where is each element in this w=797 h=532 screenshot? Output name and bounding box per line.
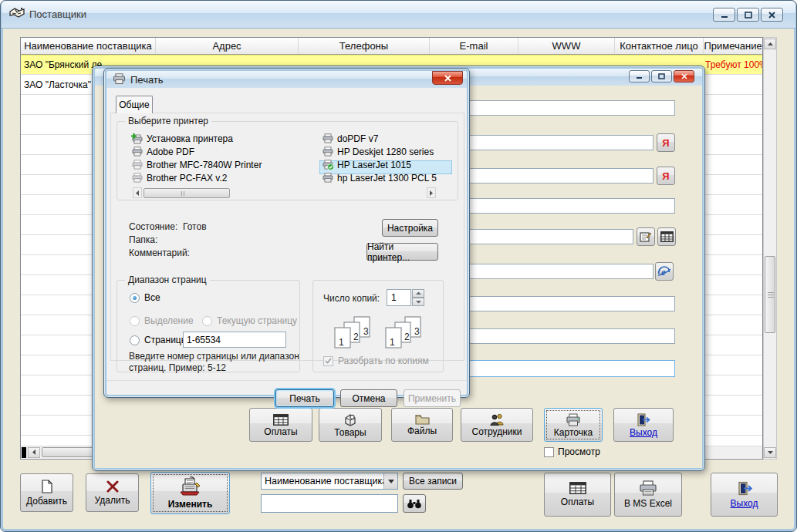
goods-button[interactable]: Товары [319, 408, 382, 442]
print-dialog-title: Печать [130, 74, 164, 86]
range-pages-radio-row[interactable]: Страницы: [130, 335, 191, 345]
range-current-radio-row[interactable]: Текущую страницу [202, 315, 297, 326]
vscroll-thumb[interactable] [765, 256, 775, 333]
printer-item[interactable]: HP Deskjet 1280 series [322, 146, 434, 157]
printer-item[interactable]: Brother MFC-7840W Printer [131, 160, 262, 170]
scroll-left-button[interactable] [28, 447, 40, 458]
collate-graphic: 3 2 1 3 2 1 [334, 316, 425, 350]
copies-spinner[interactable] [387, 289, 424, 306]
range-hint: Введите номер страницы или диапазон стра… [129, 351, 302, 374]
column-header[interactable]: Примечание [704, 38, 762, 54]
payments-button[interactable]: Оплаты [249, 408, 312, 442]
print-dialog-close-button[interactable] [432, 71, 463, 85]
table-icon [569, 482, 586, 494]
table-vscrollbar[interactable] [763, 37, 777, 460]
printer-item[interactable]: doPDF v7 [322, 133, 378, 144]
range-all-radio-row[interactable]: Все [130, 292, 160, 303]
card-maximize-button[interactable] [651, 70, 672, 82]
cancel-button[interactable]: Отмена [340, 389, 397, 407]
close-button[interactable] [761, 8, 783, 22]
printer-icon [131, 160, 144, 170]
tab-general[interactable]: Общие [116, 96, 153, 113]
find-printer-button[interactable]: Найти принтер... [366, 243, 438, 261]
preview-checkbox[interactable] [544, 447, 554, 457]
delete-button[interactable]: Удалить [86, 473, 139, 512]
pages-range-input[interactable] [183, 332, 286, 348]
scroll-up-button[interactable] [764, 39, 776, 49]
filter-combobox[interactable]: Наименование поставщика [261, 473, 398, 490]
transliterate-button[interactable]: Я [657, 133, 675, 152]
card-exit-button[interactable]: Выход [613, 408, 674, 442]
printer-item[interactable]: Brother PC-FAX v.2 [131, 173, 227, 184]
printer-icon [566, 413, 581, 426]
table-grid-icon[interactable] [657, 227, 676, 246]
column-header[interactable]: WWW [518, 38, 615, 54]
printer-list-hscrollbar[interactable] [133, 187, 436, 198]
box-icon [343, 413, 357, 426]
printer-item[interactable]: hp LaserJet 1300 PCL 5 [322, 173, 437, 184]
svg-text:e: e [661, 266, 666, 278]
minimize-button[interactable] [713, 8, 735, 22]
preferences-button[interactable]: Настройка [382, 219, 438, 237]
status-label: Состояние: [129, 221, 177, 232]
scroll-right-button[interactable] [427, 187, 436, 198]
column-header[interactable]: Наименование поставщика [21, 38, 156, 54]
edit-button[interactable]: Изменить [150, 472, 230, 514]
scroll-down-button[interactable] [764, 447, 776, 458]
printer-icon [639, 480, 657, 496]
hscroll-thumb[interactable] [144, 188, 230, 198]
all-records-button[interactable]: Все записи [403, 473, 463, 490]
cell-note: Требуют 100% [705, 59, 762, 70]
collate-checkbox-row[interactable]: Разобрать по копиям [323, 355, 429, 366]
files-button[interactable]: Файлы [391, 408, 453, 442]
transliterate-button[interactable]: Я [657, 167, 675, 185]
employees-button[interactable]: Сотрудники [461, 408, 533, 442]
search-button[interactable] [403, 494, 426, 513]
printer-item[interactable]: Adobe PDF [131, 146, 194, 157]
window-title: Поставщики [29, 8, 86, 20]
preview-checkbox-row[interactable]: Просмотр [544, 446, 600, 457]
internet-explorer-icon[interactable]: e [655, 262, 674, 281]
exit-door-icon [637, 413, 650, 426]
new-document-icon [41, 480, 53, 493]
spin-down-button[interactable] [412, 298, 424, 306]
copies-input[interactable] [387, 289, 411, 306]
printer-icon [322, 146, 334, 157]
exit-button[interactable]: Выход [711, 473, 778, 517]
splitter-handle[interactable] [22, 447, 26, 458]
column-header[interactable]: Адрес [156, 38, 299, 54]
card-print-button[interactable]: Карточка [544, 408, 603, 442]
card-close-button[interactable] [674, 70, 694, 82]
chevron-down-icon [388, 480, 394, 483]
radio-selection[interactable] [130, 316, 140, 326]
radio-pages[interactable] [130, 335, 140, 345]
binoculars-icon [407, 499, 421, 509]
column-header[interactable]: Контактное лицо [615, 38, 704, 54]
collate-checkbox[interactable] [323, 356, 333, 366]
collate-pages-icon: 3 2 1 [385, 316, 425, 350]
print-button[interactable]: Печать [275, 389, 334, 407]
maximize-button[interactable] [737, 8, 759, 22]
add-button[interactable]: Добавить [20, 473, 73, 512]
folder-label: Папка: [129, 234, 157, 245]
radio-all[interactable] [130, 293, 140, 303]
combobox-dropdown-button[interactable] [383, 473, 397, 489]
printer-item[interactable]: Установка принтера [131, 133, 233, 144]
column-header[interactable]: E-mail [430, 38, 518, 54]
apply-button[interactable]: Применить [404, 389, 461, 407]
excel-export-button[interactable]: В MS Excel [614, 473, 682, 517]
status-value: Готов [183, 221, 207, 232]
print-dialog-body: Общие Выберите принтер Установка принтер… [106, 88, 467, 395]
card-minimize-button[interactable] [629, 70, 650, 82]
radio-current-page[interactable] [202, 316, 212, 326]
printer-icon [113, 73, 126, 86]
range-selection-radio-row[interactable]: Выделение [130, 315, 194, 326]
radio-selection-label: Выделение [144, 315, 194, 326]
scroll-left-button[interactable] [133, 187, 142, 198]
spin-up-button[interactable] [412, 289, 424, 298]
column-header[interactable]: Телефоны [299, 38, 430, 54]
printer-item-selected[interactable]: HP LaserJet 1015 [322, 160, 411, 170]
address-book-icon[interactable] [637, 227, 655, 246]
search-input[interactable] [261, 494, 398, 513]
payments-toolbar-button[interactable]: Оплаты [544, 473, 611, 517]
